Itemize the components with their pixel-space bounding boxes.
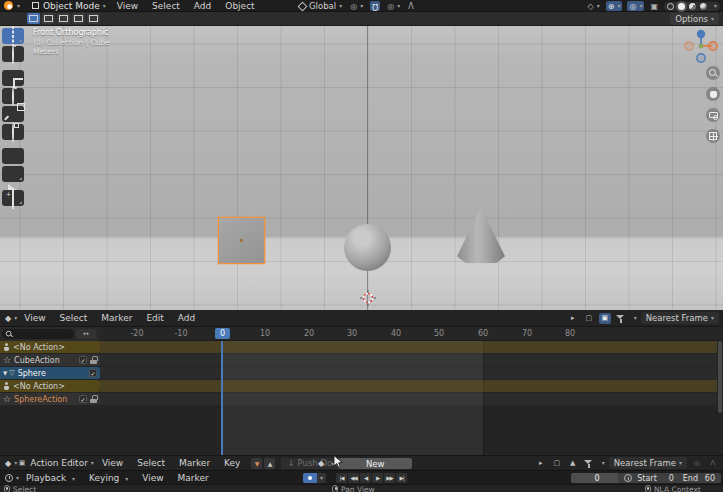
select-mode-subtract-button[interactable] [57,13,70,24]
tool-measure-button[interactable] [2,166,24,182]
pan-button[interactable] [706,87,720,101]
menu-object[interactable]: Object [218,1,261,11]
proportional-edit-icon[interactable]: ◎ [691,458,703,469]
dopesheet-body[interactable]: -20 -10 10 20 30 40 50 60 70 80 0 ↔ <No … [0,327,723,455]
shading-wireframe-button[interactable] [667,3,674,10]
navigation-gizmo[interactable] [683,28,719,64]
snap-target-dropdown[interactable]: ◎▾ [349,1,364,11]
dopesheet-menu-marker[interactable]: Marker [94,313,139,323]
channel-enable-checkbox[interactable] [89,369,97,377]
dopesheet-menu-add[interactable]: Add [171,313,202,323]
dopesheet-menu-select[interactable]: Select [53,313,95,323]
menu-view[interactable]: View [110,1,145,11]
mode-dropdown[interactable]: Object Mode ▾ [28,0,110,11]
start-frame-field[interactable]: 0 [662,474,674,483]
show-gizmo-toggle[interactable]: ⊕▾ [606,1,623,11]
tool-move-button[interactable] [2,70,24,86]
channel-row-sphere[interactable]: ▼ ▽ Sphere [0,367,100,379]
unlink-action-button[interactable]: ▼ [251,458,262,469]
shading-rendered-button[interactable] [700,3,707,10]
sync-range-toggle[interactable]: ▣ [599,313,611,324]
channel-row-no-action-sphere[interactable]: <No Action> [0,380,100,392]
channel-row-sphere-action[interactable]: ☆ SphereAction [0,393,100,405]
prev-keyframe-button[interactable]: ◀◀ [348,473,359,483]
select-mode-set-button[interactable] [27,13,40,24]
tool-annotate-button[interactable] [2,148,24,164]
shading-solid-button[interactable] [678,3,685,10]
tool-rotate-button[interactable] [2,88,24,104]
dopesheet-menu-edit[interactable]: Edit [139,313,170,323]
snapping-dropdown[interactable]: Nearest Frame ▾ [609,457,687,469]
auto-keying-dropdown[interactable]: ▾ [317,473,326,483]
editor-type-icon[interactable]: ◆ [5,459,11,468]
current-frame-line[interactable] [221,340,223,455]
lock-icon[interactable] [90,395,97,403]
auto-keying-button[interactable] [303,473,317,483]
filter-button[interactable] [615,313,627,324]
menu-add[interactable]: Add [187,1,218,11]
timeline-menu-marker[interactable]: Marker [171,473,216,483]
tool-cursor-button[interactable] [2,46,24,62]
timeline-ruler[interactable]: -20 -10 10 20 30 40 50 60 70 80 [100,327,723,341]
options-button[interactable]: Options ▾ [670,13,719,25]
playback-menu[interactable]: Playback ▾ [19,473,82,483]
action-menu-key[interactable]: Key [217,458,247,468]
invert-filter-button[interactable]: ↔ [76,329,96,339]
action-menu-view[interactable]: View [95,458,130,468]
proportional-falloff-icon[interactable]: Λ [407,1,414,11]
only-selected-toggle[interactable]: ▸ [567,313,579,324]
channel-row-no-action-cube[interactable]: <No Action> [0,341,100,353]
show-hidden-toggle[interactable]: ▢ [551,458,563,469]
tool-scale-button[interactable] [2,106,24,122]
vertical-scrollbar[interactable] [718,341,722,453]
current-frame-field[interactable]: 0 [571,473,623,483]
proportional-edit-dropdown[interactable]: ◎▾ [386,1,401,11]
scrollbar-thumb[interactable] [718,341,722,413]
select-mode-extend-button[interactable] [42,13,55,24]
viewport-3d[interactable]: Front Orthographic (0) Collection | Cube… [0,26,723,310]
channel-row-cube-action[interactable]: ☆ CubeAction [0,354,100,366]
action-menu-select[interactable]: Select [130,458,172,468]
lock-icon[interactable] [90,356,97,364]
jump-to-start-button[interactable]: |◀ [336,473,347,483]
channel-search-input[interactable] [2,329,74,339]
select-mode-intersect-button[interactable] [87,13,100,24]
tool-select-box-button[interactable] [2,28,24,44]
selectability-dropdown[interactable]: ◇▾ [587,1,601,11]
keying-menu[interactable]: Keying ▾ [82,473,135,483]
play-reverse-button[interactable]: ◀ [360,473,371,483]
falloff-curve-icon[interactable]: Λ [707,458,719,469]
cube-object[interactable] [218,217,265,264]
tool-transform-button[interactable] [2,124,24,140]
xray-toggle[interactable]: ▣ [649,1,659,11]
timeline-menu-view[interactable]: View [135,473,170,483]
editor-mode-dropdown[interactable]: Action Editor ▾ [29,458,95,468]
show-errors-toggle[interactable]: ▲ [567,458,579,469]
dopesheet-menu-view[interactable]: View [17,313,52,323]
show-hidden-toggle[interactable]: ▢ [583,313,595,324]
filter-button[interactable] [583,458,595,469]
expand-caret-icon[interactable]: ▼ [3,370,7,376]
new-action-button[interactable]: New [338,458,412,469]
editor-type-icon[interactable]: ◆ [5,314,11,323]
end-frame-field[interactable]: 60 [703,474,715,483]
current-frame-badge[interactable]: 0 [215,328,230,339]
camera-view-button[interactable] [706,108,720,122]
shading-material-button[interactable] [689,3,696,10]
only-selected-toggle[interactable]: ▸ [535,458,547,469]
sphere-object[interactable] [344,224,391,271]
snapping-dropdown[interactable]: Nearest Frame ▾ [641,312,719,324]
jump-to-end-button[interactable]: ▶| [396,473,407,483]
snap-toggle[interactable]: Ω [370,1,380,11]
play-button[interactable]: ▶ [372,473,383,483]
timeline-editor-icon[interactable] [5,474,13,482]
up-action-button[interactable]: ▲ [264,458,275,469]
action-menu-marker[interactable]: Marker [172,458,217,468]
use-preview-range-icon[interactable] [624,474,632,482]
blender-logo-icon[interactable] [4,1,14,11]
show-overlays-toggle[interactable]: ◎▾ [627,1,644,11]
menu-select[interactable]: Select [145,1,187,11]
channel-enable-checkbox[interactable] [79,395,87,403]
select-mode-invert-button[interactable] [72,13,85,24]
perspective-toggle-button[interactable] [706,129,720,143]
